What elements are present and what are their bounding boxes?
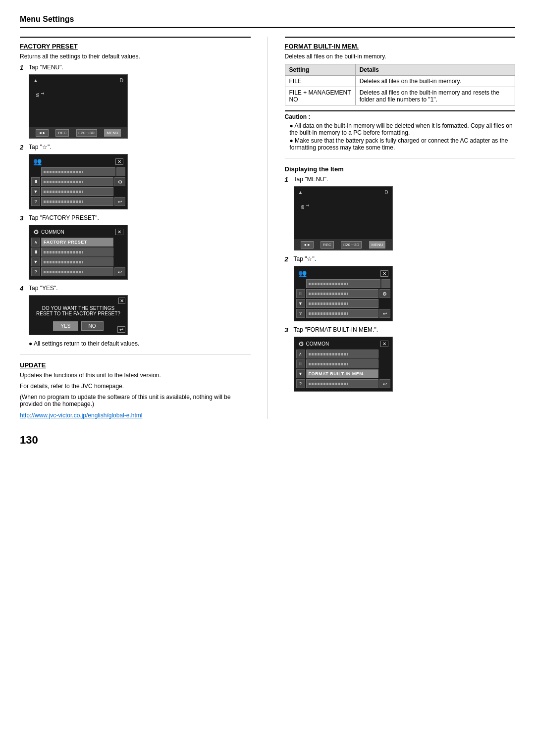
menu-row-2d: ? ↩ bbox=[31, 267, 125, 276]
step-3: 3 Tap "FACTORY PRESET". bbox=[20, 214, 251, 222]
camera-screen-right-1: ▲ D T W ◄► REC □20→3D MENU bbox=[294, 186, 393, 251]
menu-item-bar-r1c bbox=[306, 299, 378, 308]
menu-row-2c: ▼ bbox=[31, 257, 125, 266]
format-item: FORMAT BUILT-IN MEM. bbox=[306, 369, 378, 378]
cam-r-btn-menu: MENU bbox=[369, 241, 386, 249]
disp-step-1-text: Tap "MENU". bbox=[294, 176, 328, 183]
disp-step-1: 1 Tap "MENU". bbox=[285, 176, 516, 183]
menu-screen-2: ⚙ COMMON ✕ ∧ FACTORY PRESET ⏸ bbox=[29, 225, 128, 280]
disp-step-3-num: 3 bbox=[285, 326, 292, 334]
dots-r1a bbox=[309, 283, 348, 285]
factory-preset-title: FACTORY PRESET bbox=[20, 43, 251, 50]
caution-note-1: All data on the built-in memory will be … bbox=[290, 122, 516, 136]
disp-step-3: 3 Tap "FORMAT BUILT-IN MEM.". bbox=[285, 326, 516, 334]
menu-row-r2a: ∧ bbox=[296, 350, 390, 358]
table-col2-header: Details bbox=[355, 64, 515, 76]
factory-preset-note: All settings return to their default val… bbox=[29, 340, 251, 347]
divider-2 bbox=[285, 158, 516, 158]
menu-header-1: 👥 ✕ bbox=[31, 156, 125, 166]
menu-header-2: ⚙ COMMON ✕ bbox=[31, 227, 125, 237]
menu-close-2: ✕ bbox=[115, 229, 123, 235]
page-number: 130 bbox=[20, 434, 515, 447]
step-3-text: Tap "FACTORY PRESET". bbox=[29, 214, 99, 221]
yes-button[interactable]: YES bbox=[53, 321, 78, 331]
gear-btn-1: ⚙ bbox=[114, 177, 125, 186]
cam-r-corner-tl: ▲ bbox=[298, 190, 303, 195]
table-row-2-setting: FILE + MANAGEMENT NO bbox=[285, 87, 355, 105]
nav-q-2: ? bbox=[31, 267, 40, 276]
factory-preset-item-text: FACTORY PRESET bbox=[44, 240, 87, 245]
menu-item-bar-1c bbox=[41, 187, 113, 196]
back-btn-r2: ↩ bbox=[379, 379, 390, 388]
format-title: FORMAT BUILT-IN MEM. bbox=[285, 43, 516, 50]
confirm-dialog: ✕ DO YOU WANT THE SETTINGS RESET TO THE … bbox=[29, 295, 128, 335]
menu-row-r1b: ⏸ ⚙ bbox=[296, 289, 390, 298]
back-btn-r1: ↩ bbox=[379, 309, 390, 318]
gear-btn-r1: ⚙ bbox=[379, 289, 390, 298]
camera-screen-1: ▲ D T W ◄► REC □20→3D MENU bbox=[29, 74, 128, 139]
format-table: Setting Details FILE Deletes all files o… bbox=[285, 64, 516, 105]
nav-pause-r2: ⏸ bbox=[296, 359, 305, 368]
dots-2b bbox=[44, 251, 83, 253]
disp-step-2: 2 Tap "☆". bbox=[285, 255, 516, 263]
confirm-buttons: YES NO bbox=[33, 321, 123, 331]
menu-screen-right-2: ⚙ COMMON ✕ ∧ ⏸ bbox=[294, 337, 393, 392]
dots-r1b bbox=[309, 293, 348, 295]
table-col1-header: Setting bbox=[285, 64, 355, 76]
cam-corner-tr: D bbox=[120, 78, 123, 83]
menu-screen-1: 👥 ✕ ⏸ bbox=[29, 154, 128, 209]
cam-r-corner-tr: D bbox=[384, 190, 388, 195]
menu-item-bar-1a bbox=[41, 167, 115, 176]
menu-item-bar-2d bbox=[41, 267, 113, 276]
disp-step-3-text: Tap "FORMAT BUILT-IN MEM.". bbox=[294, 326, 378, 333]
cam-r-btn-mode: □20→3D bbox=[341, 241, 362, 249]
no-button[interactable]: NO bbox=[81, 321, 104, 331]
cam-bottom-bar: ◄► REC □20→3D MENU bbox=[29, 127, 127, 138]
right-column: FORMAT BUILT-IN MEM. Deletes all files o… bbox=[285, 37, 516, 419]
dots-2c bbox=[44, 261, 83, 263]
nav-q-r2: ? bbox=[296, 379, 305, 388]
menu-close-1: ✕ bbox=[115, 158, 123, 165]
page-title: Menu Settings bbox=[20, 15, 515, 28]
menu-item-bar-r2d bbox=[306, 379, 378, 388]
menu-item-bar-r1b bbox=[306, 289, 378, 298]
dots-r1d bbox=[309, 312, 348, 315]
cam-r-btn-lr: ◄► bbox=[301, 241, 314, 249]
confirm-close: ✕ bbox=[118, 298, 125, 304]
menu-row-2a: ∧ FACTORY PRESET bbox=[31, 238, 125, 247]
menu-user-icon: 👥 bbox=[33, 157, 42, 165]
step-1: 1 Tap "MENU". bbox=[20, 64, 251, 71]
update-title: UPDATE bbox=[20, 361, 251, 369]
factory-preset-desc: Returns all the settings to their defaul… bbox=[20, 53, 251, 60]
format-item-text: FORMAT BUILT-IN MEM. bbox=[309, 371, 365, 376]
update-link[interactable]: http://www.jvc-victor.co.jp/english/glob… bbox=[20, 412, 142, 419]
disp-step-1-num: 1 bbox=[285, 176, 292, 183]
factory-preset-section: FACTORY PRESET Returns all the settings … bbox=[20, 37, 251, 347]
menu-row-r1a bbox=[296, 279, 390, 288]
factory-preset-item: FACTORY PRESET bbox=[41, 238, 113, 247]
nav-pause-2: ⏸ bbox=[31, 248, 40, 256]
table-row: FILE + MANAGEMENT NO Deletes all files o… bbox=[285, 87, 515, 105]
step-4: 4 Tap "YES". bbox=[20, 285, 251, 292]
dots-1a bbox=[44, 171, 83, 173]
back-btn-2: ↩ bbox=[114, 267, 125, 276]
step-4-num: 4 bbox=[20, 285, 27, 292]
nav-down-2: ▼ bbox=[31, 257, 40, 266]
menu-row-r2d: ? ↩ bbox=[296, 379, 390, 388]
step-3-num: 3 bbox=[20, 214, 27, 222]
dots-1c bbox=[44, 191, 83, 193]
menu-close-r2: ✕ bbox=[380, 341, 388, 347]
caution-note-2: Make sure that the battery pack is fully… bbox=[290, 137, 516, 151]
menu-item-bar-r2b bbox=[306, 359, 378, 368]
menu-row-2b: ⏸ bbox=[31, 248, 125, 256]
cam-r-btn-rec: REC bbox=[321, 241, 334, 249]
menu-row-1d: ? ↩ bbox=[31, 197, 125, 206]
menu-screen-right-1: 👥 ✕ ⏸ bbox=[294, 266, 393, 321]
step-2-text: Tap "☆". bbox=[29, 144, 52, 151]
format-section: FORMAT BUILT-IN MEM. Deletes all files o… bbox=[285, 37, 516, 151]
update-desc1: Updates the functions of this unit to th… bbox=[20, 372, 251, 379]
dots-r2b bbox=[309, 363, 348, 365]
update-desc2: For details, refer to the JVC homepage. bbox=[20, 383, 251, 390]
caution-box: Caution : All data on the built-in memor… bbox=[285, 110, 516, 151]
step-2-num: 2 bbox=[20, 144, 27, 151]
